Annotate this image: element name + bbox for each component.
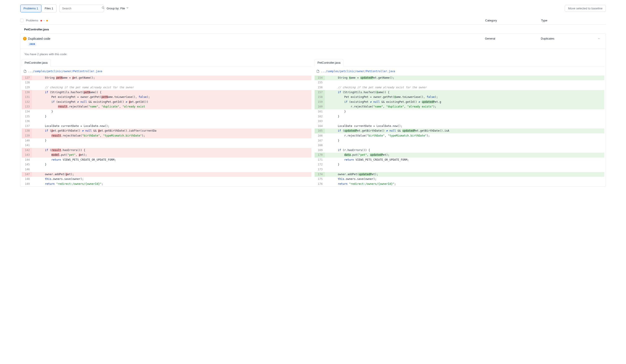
code-line: 176 return "redirect:/owners/{ownerId}"; <box>314 182 604 186</box>
code-line: 144 return VIEWS_PETS_CREATE_OR_UPDATE_F… <box>22 157 312 162</box>
left-pane-tab[interactable]: PetController.java <box>22 59 50 67</box>
code-line: 174 owner.addPet(updatedPet); <box>314 172 604 177</box>
svg-point-0 <box>102 7 104 8</box>
code-line: 136 <box>22 119 312 124</box>
code-line: 173 <box>314 167 604 172</box>
code-line: 157 if (StringUtils.hasText(name)) { <box>314 90 604 95</box>
code-line: 171 return VIEWS_PETS_CREATE_OR_UPDATE_F… <box>314 157 604 162</box>
left-file-path-text: .../samples/petclinic/owner/PetControlle… <box>28 70 102 73</box>
right-pane-tab[interactable]: PetController.java <box>314 59 343 67</box>
severity-warning-icon <box>46 20 48 21</box>
code-line: 164 LocalDate currentDate = LocalDate.no… <box>314 124 604 129</box>
svg-line-1 <box>104 8 104 9</box>
search-input[interactable] <box>62 6 100 11</box>
code-line: 128 <box>22 80 312 85</box>
issue-row: ! Duplicated code JAVA General Duplicate… <box>20 34 606 187</box>
code-line: 170 data.put("pet", updatedPet); <box>314 153 604 157</box>
file-group-title: PetController.java <box>20 25 606 34</box>
left-code-block: 127 String petName = pet.getName();12812… <box>22 75 312 186</box>
code-line: 169 if (r.hasErrors()) { <box>314 148 604 153</box>
code-line: 160 r.rejectValue("name", "duplicate", "… <box>314 104 604 109</box>
code-line: 134 } <box>22 109 312 114</box>
code-line: 155 <box>314 80 604 85</box>
issue-title: Duplicated code <box>28 36 485 41</box>
code-line: 148 this.owners.save(owner); <box>22 177 312 182</box>
language-tag: JAVA <box>28 42 37 46</box>
code-line: 147 owner.addPet(pet); <box>22 172 312 177</box>
right-file-path[interactable]: .../samples/petclinic/owner/PetControlle… <box>314 69 604 75</box>
code-line: 137 LocalDate currentDate = LocalDate.no… <box>22 124 312 129</box>
right-file-path-text: .../samples/petclinic/owner/PetControlle… <box>321 70 395 73</box>
code-line: 129 // checking if the pet name already … <box>22 85 312 90</box>
code-line: 133 result.rejectValue("name", "duplicat… <box>22 104 312 109</box>
issue-type: Duplicates <box>541 36 597 41</box>
issue-header[interactable]: ! Duplicated code JAVA General Duplicate… <box>20 34 606 49</box>
left-file-path[interactable]: .../samples/petclinic/owner/PetControlle… <box>22 69 312 75</box>
code-line: 138 if (pet.getBirthDate() ≠ null && pet… <box>22 128 312 133</box>
diff-right-pane: PetController.java .../samples/petclinic… <box>314 59 604 186</box>
code-line: 168 <box>314 143 604 148</box>
code-line: 132 if (existingPet ≠ null && existingPe… <box>22 100 312 105</box>
code-line: 141 <box>22 143 312 148</box>
code-line: 139 result.rejectValue("birthDate", "typ… <box>22 133 312 138</box>
code-line: 131 Pet existingPet = owner.getPet(petNa… <box>22 95 312 100</box>
diff-panes: PetController.java .../samples/petclinic… <box>20 59 606 186</box>
table-header: Problems → Category Type <box>20 17 606 25</box>
code-line: 154 String name = updatedPet.getName(); <box>314 75 604 80</box>
code-line: 175 this.owners.save(owner); <box>314 177 604 182</box>
col-category: Category <box>485 18 541 23</box>
code-line: 149 return "redirect:/owners/{ownerId}"; <box>22 182 312 186</box>
collapse-toggle[interactable] <box>597 36 601 41</box>
tab-files[interactable]: Files 1 <box>41 5 56 12</box>
duplicate-note: You have 2 places with this code: <box>20 49 606 59</box>
code-line: 163 <box>314 119 604 124</box>
code-line: 159 if (existingPet ≠ null && existingPe… <box>314 100 604 105</box>
file-icon <box>316 70 319 73</box>
right-code-block: 154 String name = updatedPet.getName();1… <box>314 75 604 186</box>
code-line: 146 <box>22 167 312 172</box>
file-icon <box>23 70 27 73</box>
search-icon <box>102 6 105 11</box>
groupby-prefix: Group by: <box>107 6 119 11</box>
diff-left-pane: PetController.java .../samples/petclinic… <box>22 59 312 186</box>
code-line: 167 } <box>314 138 604 143</box>
code-line: 172 } <box>314 162 604 167</box>
code-line: 143 model.put("pet", pet); <box>22 153 312 157</box>
code-line: 158 Pet existingPet = owner.getPet(name.… <box>314 95 604 100</box>
chevron-down-icon <box>126 6 129 11</box>
code-line: 162 } <box>314 114 604 119</box>
code-line: 142 if (result.hasErrors()) { <box>22 148 312 153</box>
issue-body: You have 2 places with this code: PetCon… <box>20 49 606 186</box>
arrow-right-icon: → <box>43 19 45 23</box>
select-all-checkbox[interactable] <box>20 19 23 22</box>
code-line: 166 r.rejectValue("birthDate", "typeMism… <box>314 133 604 138</box>
code-line: 135 } <box>22 114 312 119</box>
code-line: 165 if (updatedPet.getBirthDate() ≠ null… <box>314 128 604 133</box>
tab-problems[interactable]: Problems 1 <box>20 5 41 12</box>
severity-filter[interactable]: → <box>40 19 48 23</box>
toolbar: Problems 1 Files 1 Group by: File Move s… <box>20 4 606 12</box>
move-to-baseline-button[interactable]: Move selected to baseline <box>565 5 606 12</box>
code-line: 127 String petName = pet.getName(); <box>22 75 312 80</box>
code-line: 140 } <box>22 138 312 143</box>
search-box[interactable] <box>59 5 104 12</box>
groupby-dropdown[interactable]: Group by: File <box>107 6 129 11</box>
col-problems: Problems → <box>26 18 485 23</box>
code-line: 156 // checking if the pet name already … <box>314 85 604 90</box>
code-line: 145 } <box>22 162 312 167</box>
groupby-value: File <box>120 6 125 11</box>
issue-category: General <box>485 36 541 41</box>
code-line: 130 if (StringUtils.hasText(petName)) { <box>22 90 312 95</box>
col-type: Type <box>541 18 597 23</box>
code-line: 161 } <box>314 109 604 114</box>
severity-error-icon <box>40 20 42 21</box>
view-tabs: Problems 1 Files 1 <box>20 4 57 12</box>
warning-icon: ! <box>23 37 27 40</box>
